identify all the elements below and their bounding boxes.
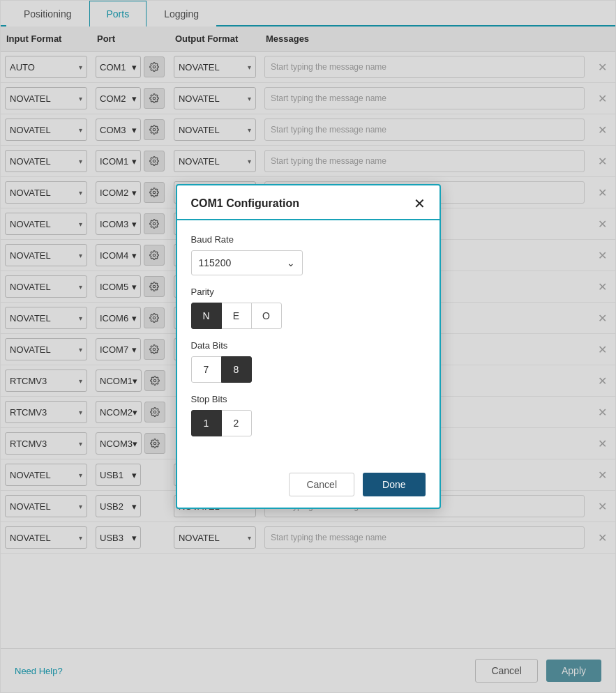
data-bits-label: Data Bits bbox=[191, 340, 426, 351]
data-bits-7-button[interactable]: 7 bbox=[191, 356, 222, 383]
stop-bits-label: Stop Bits bbox=[191, 394, 426, 404]
parity-n-button[interactable]: N bbox=[191, 303, 222, 329]
baud-rate-label: Baud Rate bbox=[191, 234, 426, 245]
parity-toggle-group: N E O bbox=[191, 303, 426, 329]
modal-body: Baud Rate 115200 ⌄ Parity N E O Data Bit… bbox=[177, 220, 440, 462]
parity-e-button[interactable]: E bbox=[221, 303, 252, 329]
modal-overlay: COM1 Configuration ✕ Baud Rate 115200 ⌄ … bbox=[1, 1, 615, 692]
parity-o-button[interactable]: O bbox=[251, 303, 282, 329]
stop-bits-2-button[interactable]: 2 bbox=[221, 410, 252, 436]
main-container: Positioning Ports Logging Input Format P… bbox=[0, 0, 616, 693]
modal-done-button[interactable]: Done bbox=[363, 473, 425, 496]
com1-config-modal: COM1 Configuration ✕ Baud Rate 115200 ⌄ … bbox=[176, 184, 441, 509]
stop-bits-toggle-group: 1 2 bbox=[191, 410, 426, 436]
data-bits-toggle-group: 7 8 bbox=[191, 356, 426, 383]
parity-label: Parity bbox=[191, 287, 426, 297]
data-bits-8-button[interactable]: 8 bbox=[221, 356, 252, 383]
stop-bits-1-button[interactable]: 1 bbox=[191, 410, 222, 436]
baud-rate-chevron-icon: ⌄ bbox=[287, 257, 295, 268]
baud-rate-select[interactable]: 115200 ⌄ bbox=[191, 250, 303, 275]
modal-header: COM1 Configuration ✕ bbox=[177, 185, 440, 220]
modal-close-button[interactable]: ✕ bbox=[414, 197, 426, 211]
modal-cancel-button[interactable]: Cancel bbox=[289, 473, 354, 496]
modal-footer: Cancel Done bbox=[177, 462, 440, 508]
modal-title: COM1 Configuration bbox=[191, 197, 300, 210]
baud-rate-value: 115200 bbox=[199, 257, 232, 268]
